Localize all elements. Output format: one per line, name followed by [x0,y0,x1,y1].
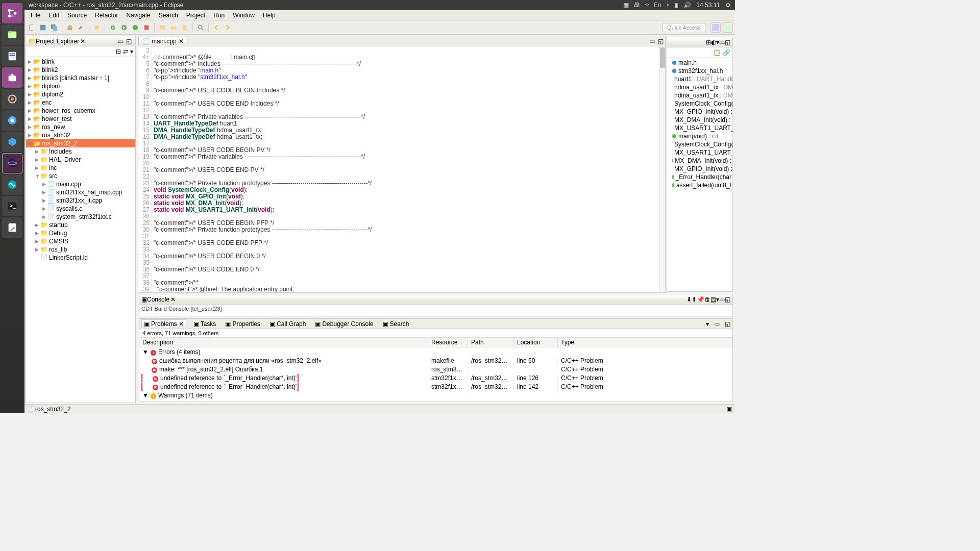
maximize-icon[interactable]: ◱ [725,320,730,328]
minimize-icon[interactable]: ▭ [719,39,725,46]
problems-row[interactable]: ▼!Warnings (71 items) [139,391,732,399]
tree-item[interactable]: ▶📂ros_stm32 [26,131,135,139]
tree-item[interactable]: ▼📂ros_stm32_2 [26,139,135,147]
menu-edit[interactable]: Edit [45,11,62,20]
launcher-vbox-icon[interactable] [2,132,22,152]
tree-item[interactable]: ▶📂diplom2 [26,90,135,98]
close-icon[interactable]: ✕ [170,296,176,303]
outline-item[interactable]: main.h [668,59,731,67]
maximize-icon[interactable]: ◱ [725,296,730,303]
problems-table[interactable]: DescriptionResourcePathLocationType ▼!Er… [139,338,732,402]
outline-item[interactable]: stm32f1xx_hal.h [668,67,731,75]
menu-refactor[interactable]: Refactor [92,11,121,20]
menu-help[interactable]: Help [260,11,279,20]
outline-item[interactable]: MX_USART1_UART_Ini [668,124,731,132]
profile-button[interactable] [130,22,140,33]
outline-item[interactable]: assert_failed(uint8_t [668,181,731,189]
pin-icon[interactable]: 📌 [697,296,704,303]
forward-button[interactable] [223,22,233,33]
external-button[interactable] [141,22,152,33]
back-button[interactable] [211,22,222,33]
clear-icon[interactable]: 🗑 [704,296,710,303]
outline-item[interactable]: hdma_usart1_tx: DM [668,91,731,99]
menu-search[interactable]: Search [156,11,181,20]
tree-item[interactable]: ▶📂blink [26,58,135,66]
tree-item[interactable]: ▶📂hower_ros_cubemx [26,107,135,115]
outline-list[interactable]: main.hstm32f1xx_hal.hhuart1: UART_Handle… [667,58,732,291]
minimize-icon[interactable]: ▭ [648,38,656,45]
bluetooth-icon[interactable]: ᚼ [666,2,670,9]
outline-item[interactable]: SystemClock_Config(\ [668,99,731,108]
tree-item[interactable]: ▶📁CMSIS [26,237,135,245]
tree-item[interactable]: ▶📂blink3 [blink3 master ↑ 1] [26,74,135,82]
problems-tab-problems[interactable]: ▣Problems ✕ [141,319,186,328]
menu-file[interactable]: File [28,11,43,20]
outline-item[interactable]: huart1: UART_Handle [668,75,731,83]
quick-access-input[interactable]: Quick Access [663,23,705,32]
maximize-icon[interactable]: ◱ [725,39,730,46]
code-editor[interactable]: 34+5678910111213141516171819202122232425… [138,46,666,293]
perspective-cpp-button[interactable] [710,22,721,33]
close-icon[interactable]: ✕ [179,320,184,328]
minimize-icon[interactable]: ▭ [118,38,125,45]
outline-item[interactable]: _Error_Handler(char [668,173,731,181]
view-menu-icon[interactable]: ▾ [130,48,133,55]
launcher-eclipse-icon[interactable] [2,153,22,173]
problems-column-header[interactable]: Path [468,338,514,347]
problems-row[interactable]: ▼!Errors (4 items) [139,347,732,356]
tree-item[interactable]: ▶🧾stm32f1xx_it.cpp [26,196,135,205]
launcher-arduino-icon[interactable] [2,174,22,195]
status-build-icon[interactable]: ▣ [726,406,732,413]
problems-row[interactable]: ✖undefined reference to `_Error_Handler(… [139,382,732,391]
tree-item[interactable]: ▶📁startup [26,221,135,229]
problems-row[interactable]: ✖make: *** [ros_stm32_2.elf] Ошибка 1ros… [139,365,732,373]
maximize-icon[interactable]: ◱ [126,38,133,45]
display-icon[interactable]: ▤ [710,296,716,303]
perspective-debug-button[interactable] [723,22,733,33]
printer-icon[interactable]: 🖶 [634,2,640,9]
outline-item[interactable]: hdma_usart1_rx: DM [668,83,731,91]
vertical-scrollbar[interactable] [659,46,665,292]
tree-item[interactable]: ▼📁src [26,172,135,180]
menu-navigate[interactable]: Navigate [123,11,153,20]
tree-item[interactable]: ▶📂ros_new [26,123,135,131]
problems-column-header[interactable]: Type [558,338,732,347]
tree-item[interactable]: ▶📂diplom [26,82,135,90]
tree-item[interactable]: ▶🧾stm32f1xx_hal_msp.cpp [26,188,135,196]
problems-column-header[interactable]: Resource [428,338,468,347]
menu-source[interactable]: Source [64,11,90,20]
view-menu-icon[interactable]: ▾ [706,320,709,328]
scroll-lock-icon[interactable]: ⬇ [687,296,692,303]
problems-tab-tasks[interactable]: ▣Tasks [191,320,218,328]
launcher-software-icon[interactable] [2,67,22,88]
save-all-button[interactable] [49,22,59,33]
tree-item[interactable]: ▶📄system_stm32f1xx.c [26,213,135,221]
run-button[interactable] [119,22,129,33]
outline-item[interactable]: main(void): int [668,132,731,140]
project-tree[interactable]: ▶📂blink▶📂blink2▶📂blink3 [blink3 master ↑… [26,57,135,403]
problems-tab-search[interactable]: ▣Search [381,320,411,328]
launcher-dash-icon[interactable] [2,3,22,23]
new-button[interactable] [27,22,37,33]
tree-item[interactable]: ▶📂enc [26,98,135,107]
launcher-text-editor-icon[interactable] [2,217,22,238]
launcher-settings-icon[interactable] [2,89,22,109]
link-editor-icon[interactable]: ⇄ [123,48,128,55]
launcher-files-icon[interactable] [2,24,22,45]
menu-run[interactable]: Run [210,11,228,20]
tree-item[interactable]: ▶🧾main.cpp [26,180,135,188]
launcher-terminal-icon[interactable]: >_ [2,196,22,216]
sound-icon[interactable]: 🔊 [683,2,691,9]
clock[interactable]: 14:53:11 [696,2,720,9]
wifi-icon[interactable]: ⌔ [645,2,649,9]
tree-item[interactable]: ▶📁Debug [26,229,135,237]
problems-row[interactable]: ✖undefined reference to `_Error_Handler(… [139,373,732,382]
outline-filter-icon[interactable]: ◐ [711,39,716,46]
tree-item[interactable]: ▶📁HAL_Driver [26,156,135,164]
problems-tab-properties[interactable]: ▣Properties [223,320,262,328]
battery-icon[interactable]: ▮ [675,2,678,9]
outline-item[interactable]: MX_DMA_Init(void) : [668,157,731,165]
scroll-up-icon[interactable]: ⬆ [692,296,697,303]
grid-icon[interactable]: ▦ [623,2,629,9]
tree-item[interactable]: ▶📂blink2 [26,66,135,74]
